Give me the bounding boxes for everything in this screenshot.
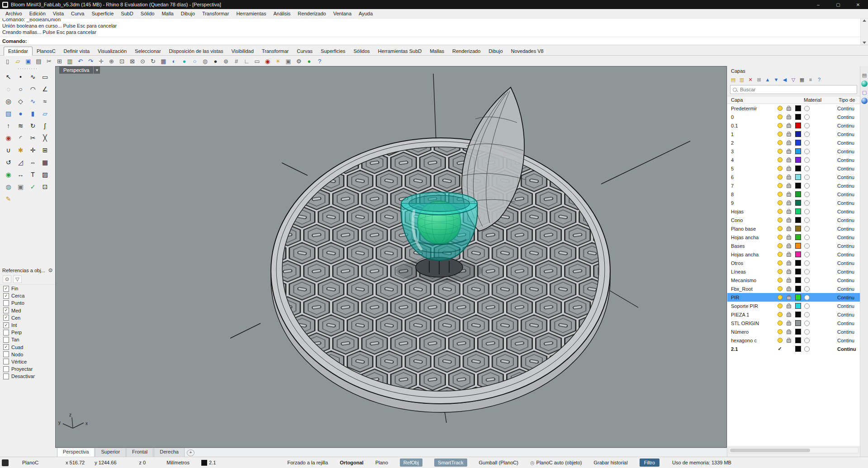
layer-material-icon[interactable]	[802, 269, 811, 274]
layer-visibility-bulb-icon[interactable]	[775, 226, 784, 231]
toolbar-lock-objects-icon[interactable]: ▣	[283, 57, 294, 66]
layer-linetype[interactable]: Continu	[837, 123, 854, 128]
layer-row-stl-origin[interactable]: STL ORIGINContinu	[727, 319, 860, 327]
palette-explode-icon[interactable]: ✱	[14, 144, 27, 156]
layer-visibility-bulb-icon[interactable]	[775, 132, 784, 137]
layer-material-icon[interactable]	[802, 329, 811, 335]
osnap-item-cerca[interactable]: ✓Cerca	[0, 292, 55, 299]
toolbar-record-history-icon[interactable]: ◉	[262, 57, 273, 66]
osnap-checkbox-cen[interactable]: ✓	[3, 315, 9, 321]
toolbar-earth-render-icon[interactable]: ●	[304, 57, 314, 66]
layer-row-3[interactable]: 3Continu	[727, 147, 860, 156]
layer-row-plano-base[interactable]: Plano baseContinu	[727, 224, 860, 233]
layer-linetype[interactable]: Continu	[837, 235, 854, 240]
layers-column-material[interactable]: Material	[804, 97, 839, 103]
toolbar-zoom-window-icon[interactable]: ⊡	[117, 57, 127, 66]
osnap-filter-icon[interactable]: ▽	[13, 275, 22, 283]
palette-join-icon[interactable]: ∪	[2, 144, 14, 156]
layer-material-icon[interactable]	[802, 192, 811, 197]
layer-visibility-bulb-icon[interactable]	[775, 157, 784, 162]
layer-material-icon[interactable]	[802, 106, 811, 111]
ribbon-tab-visualizacion[interactable]: Visualización	[94, 47, 131, 55]
palette-grip[interactable]	[17, 68, 38, 70]
toolbar-rotate-view-icon[interactable]: ↻	[148, 57, 158, 66]
layer-color-swatch[interactable]	[793, 140, 802, 146]
layer-linetype[interactable]: Continu	[837, 192, 854, 197]
layer-color-swatch[interactable]	[793, 226, 802, 232]
menu-archivo[interactable]: Archivo	[2, 9, 26, 18]
chevron-down-icon[interactable]: ▼	[94, 66, 100, 74]
layer-material-icon[interactable]	[802, 200, 811, 206]
layer-visibility-bulb-icon[interactable]	[775, 312, 784, 317]
toolbar-undo-icon[interactable]: ↶	[75, 57, 85, 66]
layer-lock-icon[interactable]	[784, 278, 793, 283]
layer-color-swatch[interactable]	[793, 234, 802, 240]
layer-lock-icon[interactable]	[784, 114, 793, 119]
layer-color-swatch[interactable]	[793, 131, 802, 137]
layer-lock-icon[interactable]	[784, 192, 793, 197]
layer-lock-icon[interactable]	[784, 269, 793, 274]
layer-linetype[interactable]: Continu	[837, 183, 854, 189]
ribbon-tab-planosc[interactable]: PlanosC	[33, 47, 60, 55]
layer-material-icon[interactable]	[802, 209, 811, 214]
palette-check-icon[interactable]: ✓	[27, 180, 39, 193]
layer-color-swatch[interactable]	[793, 123, 802, 128]
viewport-tab-perspectiva[interactable]: Perspectiva	[57, 448, 95, 457]
status-toggle-grabar-historial[interactable]: Grabar historial	[593, 460, 627, 465]
layers-new-layer-icon[interactable]: ▤	[729, 76, 737, 83]
strip-render-preview-icon[interactable]	[861, 80, 868, 87]
scroll-down-icon[interactable]	[863, 42, 866, 44]
layer-visibility-bulb-icon[interactable]	[775, 260, 784, 265]
layer-lock-icon[interactable]	[784, 217, 793, 222]
palette-hatch-icon[interactable]: ▨	[39, 168, 51, 180]
palette-polyline-icon[interactable]: ∠	[39, 83, 51, 95]
command-scrollbar[interactable]	[860, 19, 868, 45]
layer-material-icon[interactable]	[802, 157, 811, 163]
osnap-checkbox-perp[interactable]	[3, 330, 9, 336]
layer-lock-icon[interactable]	[784, 260, 793, 265]
palette-select-arrow-icon[interactable]: ↖	[2, 71, 14, 83]
layer-row-9[interactable]: 9Continu	[727, 199, 860, 207]
layer-visibility-bulb-icon[interactable]	[775, 123, 784, 128]
toolbar-object-snap-icon[interactable]: ⊚	[221, 57, 231, 66]
status-cplane[interactable]: PlanoC	[22, 460, 46, 465]
layers-column-capa[interactable]: Capa	[727, 97, 804, 103]
osnap-item-punto[interactable]: Punto	[0, 299, 55, 307]
layer-material-icon[interactable]	[802, 132, 811, 137]
layer-material-icon[interactable]	[802, 114, 811, 120]
layer-visibility-bulb-icon[interactable]	[775, 235, 784, 240]
layer-lock-icon[interactable]	[784, 183, 793, 188]
palette-move-icon[interactable]: ✛	[27, 144, 39, 156]
layer-visibility-bulb-icon[interactable]	[775, 338, 784, 343]
layers-grid-view-icon[interactable]: ▦	[798, 76, 806, 83]
ribbon-tab-transformar[interactable]: Transformar	[258, 47, 293, 55]
layer-row-lineas[interactable]: LíneasContinu	[727, 267, 860, 276]
status-toggle-plano[interactable]: Plano	[375, 460, 388, 465]
ribbon-tab-mallas[interactable]: Mallas	[426, 47, 448, 55]
layer-material-icon[interactable]	[802, 286, 811, 292]
layer-lock-icon[interactable]	[784, 209, 793, 214]
palette-trim-icon[interactable]: ✂	[27, 132, 39, 144]
palette-boolean-union-icon[interactable]: ◉	[2, 132, 14, 144]
osnap-checkbox-proyectar[interactable]	[3, 366, 9, 372]
viewport-tab-derecha[interactable]: Derecha	[154, 448, 185, 457]
layer-lock-icon[interactable]	[784, 166, 793, 171]
layer-material-icon[interactable]	[802, 140, 811, 146]
layer-color-swatch[interactable]	[793, 346, 802, 352]
layer-row-2[interactable]: 2Continu	[727, 138, 860, 147]
layer-color-swatch[interactable]	[793, 337, 802, 343]
layer-visibility-bulb-icon[interactable]	[775, 209, 784, 214]
layer-lock-icon[interactable]	[784, 303, 793, 308]
palette-polygon-icon[interactable]: ◇	[14, 95, 27, 107]
toolbar-named-views-icon[interactable]: ▦	[158, 57, 169, 66]
layer-material-icon[interactable]	[802, 278, 811, 283]
palette-gumball-icon[interactable]: ◉	[2, 168, 14, 180]
status-toggle-forzado-a-la-rejilla[interactable]: Forzado a la rejilla	[287, 460, 328, 465]
palette-fillet-icon[interactable]: ◜	[14, 132, 27, 144]
layer-row-pieza-1[interactable]: PIEZA 1Continu	[727, 310, 860, 319]
viewport-tab-frontal[interactable]: Frontal	[126, 448, 153, 457]
layer-linetype[interactable]: Continu	[837, 243, 854, 249]
layer-color-swatch[interactable]	[793, 105, 802, 111]
toolbar-grid-snap-icon[interactable]: #	[231, 57, 242, 66]
layer-lock-icon[interactable]	[784, 123, 793, 128]
